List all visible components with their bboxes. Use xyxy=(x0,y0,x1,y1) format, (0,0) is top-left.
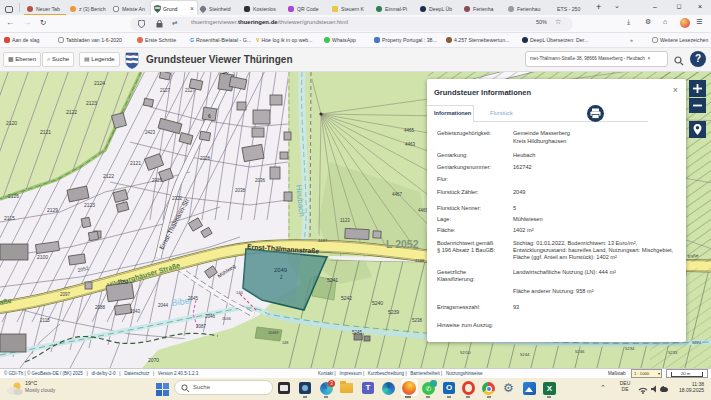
svg-text:2097: 2097 xyxy=(60,292,71,297)
svg-text:148: 148 xyxy=(282,341,288,345)
svg-text:2123: 2123 xyxy=(84,202,95,208)
svg-text:2053: 2053 xyxy=(118,280,129,285)
svg-text:2127: 2127 xyxy=(160,88,171,93)
svg-text:2323: 2323 xyxy=(152,178,163,183)
svg-text:2115: 2115 xyxy=(40,318,50,323)
svg-text:5224: 5224 xyxy=(692,340,702,345)
svg-text:2120: 2120 xyxy=(6,120,17,126)
svg-text:2046: 2046 xyxy=(222,316,232,321)
svg-text:5233: 5233 xyxy=(668,350,678,355)
svg-text:6: 6 xyxy=(208,113,211,119)
svg-text:4488: 4488 xyxy=(415,258,425,263)
svg-text:5244: 5244 xyxy=(520,352,530,357)
svg-text:5241: 5241 xyxy=(327,277,338,283)
svg-text:5234: 5234 xyxy=(625,346,635,351)
svg-text:4463: 4463 xyxy=(405,142,416,147)
svg-text:2124: 2124 xyxy=(94,80,105,86)
svg-text:2121: 2121 xyxy=(130,160,141,166)
svg-text:2129: 2129 xyxy=(47,207,58,213)
svg-text:5239: 5239 xyxy=(388,309,399,315)
svg-text:4487: 4487 xyxy=(318,238,328,243)
svg-text:2123: 2123 xyxy=(86,100,97,106)
svg-text:2036: 2036 xyxy=(255,178,266,183)
svg-text:L 2052: L 2052 xyxy=(386,238,419,250)
svg-text:2088: 2088 xyxy=(95,305,106,310)
svg-text:5240: 5240 xyxy=(372,300,383,306)
svg-text:140: 140 xyxy=(236,290,243,295)
svg-text:2043: 2043 xyxy=(130,309,141,314)
svg-text:5A: 5A xyxy=(222,72,228,75)
svg-text:2122: 2122 xyxy=(103,173,114,179)
svg-text:10469: 10469 xyxy=(268,331,279,335)
svg-text:2049: 2049 xyxy=(274,267,287,273)
svg-text:2322: 2322 xyxy=(172,196,183,201)
svg-text:2328: 2328 xyxy=(200,156,211,161)
svg-text:1123: 1123 xyxy=(340,218,350,223)
svg-text:2115: 2115 xyxy=(4,215,15,221)
svg-text:2100: 2100 xyxy=(37,254,48,260)
svg-text:2121: 2121 xyxy=(40,129,51,135)
svg-text:2087: 2087 xyxy=(196,324,207,329)
svg-text:2038: 2038 xyxy=(235,188,246,193)
svg-text:2122: 2122 xyxy=(66,109,77,115)
svg-text:2044: 2044 xyxy=(158,303,169,308)
svg-text:4467: 4467 xyxy=(392,192,403,197)
svg-text:2127: 2127 xyxy=(185,88,196,93)
svg-text:5238: 5238 xyxy=(412,318,423,323)
svg-text:2423: 2423 xyxy=(145,130,156,135)
svg-text:2070: 2070 xyxy=(148,357,159,363)
svg-text:2126: 2126 xyxy=(8,193,19,199)
svg-text:5242: 5242 xyxy=(341,295,352,301)
svg-text:5245: 5245 xyxy=(352,330,363,335)
svg-text:52/10: 52/10 xyxy=(460,350,471,355)
svg-text:5246: 5246 xyxy=(575,349,585,354)
svg-text:2046: 2046 xyxy=(205,314,216,319)
svg-text:4465: 4465 xyxy=(404,128,415,133)
svg-text:2045: 2045 xyxy=(188,296,199,301)
